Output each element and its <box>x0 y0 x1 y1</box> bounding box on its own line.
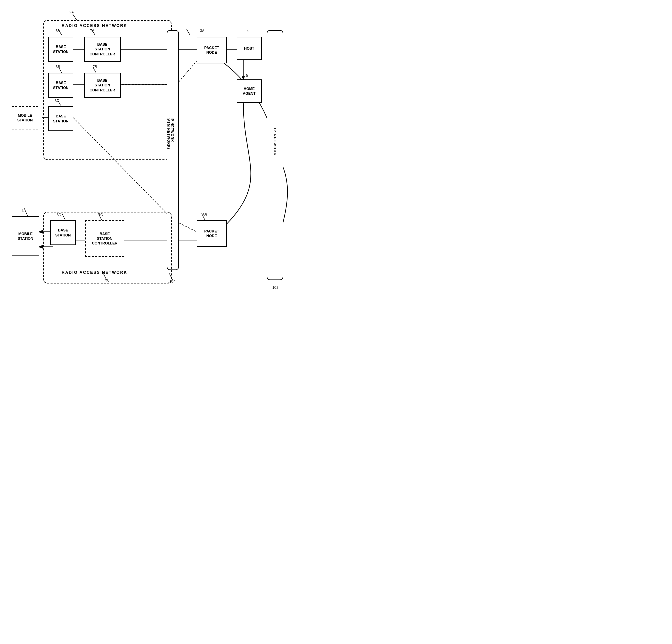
ref-7c: 7C <box>98 213 103 217</box>
ref-7b: 7B <box>93 65 97 69</box>
base-station-6a: BASESTATION <box>48 37 73 62</box>
ref-6a: 6A <box>56 29 60 33</box>
bsc-7b: BASESTATIONCONTROLLER <box>84 73 121 98</box>
ref-2b: 2B <box>104 279 109 283</box>
ref-3b: 3B <box>203 213 207 217</box>
packet-node-3b: PACKETNODE <box>197 220 227 247</box>
svg-line-26 <box>24 209 28 216</box>
mobile-station-dashed: MOBILESTATION <box>12 106 38 129</box>
ref-2a: 2A <box>69 10 74 14</box>
home-agent: HOMEAGENT <box>237 79 262 103</box>
host: HOST <box>237 37 262 60</box>
bsc-7a: BASESTATIONCONTROLLER <box>84 37 121 62</box>
packet-node-3a: PACKETNODE <box>197 37 227 63</box>
ref-5: 5 <box>246 73 248 78</box>
svg-line-0 <box>73 14 77 20</box>
ref-6d: 6D <box>57 213 61 217</box>
ref-1: 1 <box>22 208 24 212</box>
ref-6b: 6B <box>56 65 60 69</box>
ref-7a: 7A <box>90 29 94 33</box>
base-station-6d: BASESTATION <box>50 220 76 245</box>
base-station-6c: BASESTATION <box>48 106 73 131</box>
base-station-6b: BASESTATION <box>48 73 73 98</box>
svg-line-6 <box>187 30 190 35</box>
ran-2b-label: RADIO ACCESS NETWORK <box>62 270 127 275</box>
ref-6c: 6C <box>55 99 59 103</box>
ref-3a: 3A <box>200 29 204 33</box>
ip-network-102-label: IP NETWORK <box>267 67 283 217</box>
ref-102: 102 <box>272 285 278 290</box>
mobile-station-1: MOBILESTATION <box>12 216 39 256</box>
ran-2a-label: RADIO ACCESS NETWORK <box>62 23 127 28</box>
network-diagram: RADIO ACCESS NETWORK 2A BASESTATION 6A B… <box>0 0 336 322</box>
ref-4: 4 <box>247 29 249 33</box>
bsc-7c: BASESTATIONCONTROLLER <box>85 220 124 257</box>
ip-network-104-label: IP NETWORK(ATM NETWORK) <box>164 67 176 200</box>
